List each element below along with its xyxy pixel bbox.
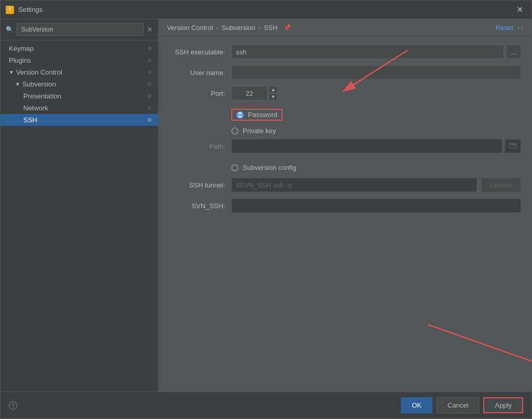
subversion-config-radio-label: Subversion config bbox=[243, 164, 296, 171]
ssh-executable-browse-button[interactable]: ... bbox=[506, 45, 521, 59]
sidebar-item-ssh[interactable]: SSH ⚙ bbox=[1, 114, 158, 126]
path-row: Path: bbox=[169, 139, 521, 153]
path-input bbox=[231, 139, 502, 153]
sidebar-item-subversion[interactable]: ▼ Subversion ⚙ bbox=[1, 78, 158, 90]
sidebar-item-version-control[interactable]: ▼ Version Control ⚙ bbox=[1, 66, 158, 78]
forward-button[interactable]: › bbox=[521, 23, 523, 32]
password-radio-button[interactable] bbox=[236, 111, 244, 119]
path-browse-button bbox=[505, 139, 521, 153]
search-icon: 🔍 bbox=[6, 26, 13, 33]
settings-icon: ⚙ bbox=[146, 57, 153, 64]
sidebar-item-network[interactable]: Network ⚙ bbox=[1, 102, 158, 114]
breadcrumb-sep-2: › bbox=[258, 24, 260, 32]
ssh-executable-label: SSH executable: bbox=[169, 48, 231, 56]
sidebar-item-label: Subversion bbox=[22, 80, 56, 88]
sidebar-item-label: Network bbox=[23, 104, 48, 112]
breadcrumb-ssh: SSH bbox=[264, 24, 278, 32]
apply-button[interactable]: Apply bbox=[483, 397, 523, 413]
ssh-tunnel-label: SSH tunnel: bbox=[169, 181, 231, 189]
sidebar-item-label: Presentation bbox=[23, 92, 61, 100]
port-input[interactable] bbox=[231, 86, 268, 100]
username-input[interactable] bbox=[231, 65, 521, 80]
private-key-radio-row[interactable]: Private key bbox=[169, 125, 521, 137]
private-key-radio-label: Private key bbox=[243, 127, 276, 135]
ssh-tunnel-input bbox=[231, 178, 477, 192]
sidebar-item-label: Keymap bbox=[9, 45, 34, 52]
nav-tree: Keymap ⚙ Plugins ⚙ ▼ Version Control ⚙ ▼ bbox=[1, 40, 158, 392]
port-label: Port: bbox=[169, 90, 231, 97]
nav-arrows: ‹ › bbox=[517, 23, 523, 32]
search-clear-button[interactable]: ✕ bbox=[147, 25, 153, 34]
update-button: Update bbox=[481, 178, 521, 192]
svn-ssh-label: SVN_SSH: bbox=[169, 202, 231, 210]
main-content: 🔍 ✕ Keymap ⚙ Plugins ⚙ ▼ Version Con bbox=[1, 19, 531, 392]
sidebar-item-label: Plugins bbox=[9, 56, 31, 64]
breadcrumb-pin[interactable]: 📌 bbox=[284, 24, 291, 31]
sidebar-item-plugins[interactable]: Plugins ⚙ bbox=[1, 54, 158, 66]
back-button[interactable]: ‹ bbox=[517, 23, 520, 32]
sidebar-item-keymap[interactable]: Keymap ⚙ bbox=[1, 42, 158, 54]
username-label: User name: bbox=[169, 69, 231, 77]
title-bar: ! Settings ✕ bbox=[1, 1, 531, 19]
private-key-radio-button[interactable] bbox=[231, 127, 239, 135]
sidebar: 🔍 ✕ Keymap ⚙ Plugins ⚙ ▼ Version Con bbox=[1, 19, 159, 392]
settings-icon: ⚙ bbox=[146, 117, 153, 124]
subversion-config-radio-row[interactable]: Subversion config bbox=[169, 162, 521, 174]
breadcrumb-bar: Version Control › Subversion › SSH 📌 Res… bbox=[159, 19, 531, 36]
sidebar-item-presentation[interactable]: Presentation ⚙ bbox=[1, 90, 158, 102]
cancel-button[interactable]: Cancel bbox=[437, 397, 479, 413]
close-button[interactable]: ✕ bbox=[513, 4, 526, 16]
port-spinner: ▲ ▼ bbox=[269, 86, 278, 100]
svn-ssh-row: SVN_SSH: bbox=[169, 198, 521, 213]
password-radio-label: Password bbox=[248, 111, 277, 119]
port-decrement-button[interactable]: ▼ bbox=[269, 93, 278, 100]
folder-icon bbox=[509, 142, 516, 149]
port-row: Port: ▲ ▼ bbox=[169, 86, 521, 100]
port-increment-button[interactable]: ▲ bbox=[269, 86, 278, 93]
form-area: SSH executable: ... User name: Port: bbox=[159, 36, 531, 392]
app-icon: ! bbox=[6, 6, 14, 14]
password-radio-highlight[interactable]: Password bbox=[231, 109, 283, 121]
path-label: Path: bbox=[169, 142, 231, 150]
svn-ssh-input bbox=[231, 198, 521, 213]
expand-arrow: ▼ bbox=[9, 69, 14, 75]
search-input[interactable] bbox=[17, 23, 144, 36]
settings-icon: ⚙ bbox=[146, 93, 153, 100]
ssh-tunnel-row: SSH tunnel: Update bbox=[169, 178, 521, 192]
ssh-executable-input[interactable] bbox=[231, 45, 504, 59]
main-panel: Version Control › Subversion › SSH 📌 Res… bbox=[159, 19, 531, 392]
ssh-executable-row: SSH executable: ... bbox=[169, 45, 521, 59]
settings-icon: ⚙ bbox=[146, 45, 153, 52]
title-bar-left: ! Settings bbox=[6, 6, 43, 14]
username-row: User name: bbox=[169, 65, 521, 80]
breadcrumb-subversion: Subversion bbox=[221, 24, 255, 32]
breadcrumb-version-control: Version Control bbox=[167, 24, 213, 32]
ok-button[interactable]: OK bbox=[401, 397, 432, 413]
help-button[interactable]: ? bbox=[9, 401, 17, 410]
sidebar-item-label: SSH bbox=[23, 116, 37, 124]
expand-arrow: ▼ bbox=[15, 81, 20, 87]
subversion-config-radio-button[interactable] bbox=[231, 164, 239, 171]
footer-buttons: OK Cancel Apply bbox=[401, 397, 523, 413]
footer: ? OK Cancel Apply bbox=[1, 392, 531, 418]
settings-icon: ⚙ bbox=[146, 81, 153, 88]
window-title: Settings bbox=[18, 6, 43, 13]
search-bar: 🔍 ✕ bbox=[1, 19, 158, 40]
reset-button[interactable]: Reset bbox=[496, 24, 513, 32]
breadcrumb-actions: Reset ‹ › bbox=[496, 23, 523, 32]
breadcrumb-sep-1: › bbox=[216, 24, 218, 32]
settings-icon: ⚙ bbox=[146, 69, 153, 76]
settings-icon: ⚙ bbox=[146, 105, 153, 112]
main-panel-wrapper: Version Control › Subversion › SSH 📌 Res… bbox=[159, 19, 531, 392]
sidebar-item-label: Version Control bbox=[16, 68, 62, 76]
password-radio-row[interactable]: Password bbox=[169, 107, 521, 123]
settings-window: ! Settings ✕ 🔍 ✕ Keymap ⚙ Plugins bbox=[0, 0, 532, 419]
